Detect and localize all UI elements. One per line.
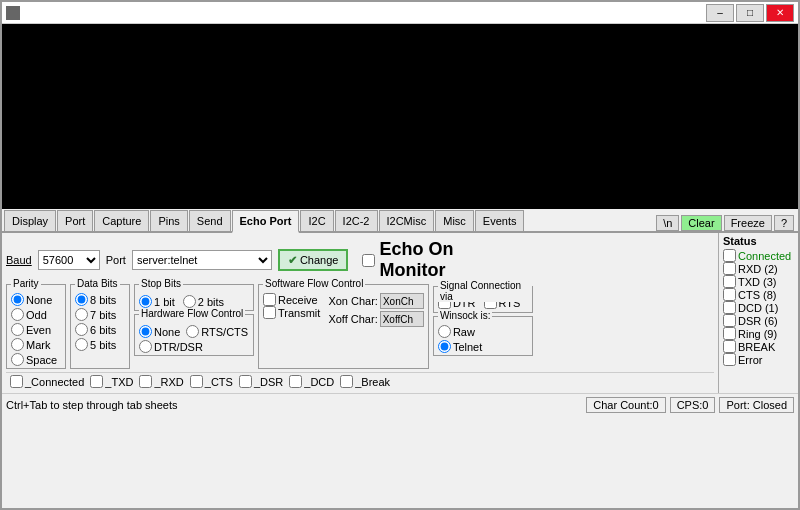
status-connected[interactable] <box>723 249 736 262</box>
hwflow-group: Hardware Flow Control None RTS/CTS DTR/D… <box>134 314 254 356</box>
status-rxd2[interactable] <box>723 262 736 275</box>
swflow-receive[interactable] <box>263 293 276 306</box>
parity-space[interactable] <box>11 353 24 366</box>
groups-row: Parity None Odd Even Mark Space Data Bit… <box>6 284 714 369</box>
status-rxd2-label: RXD (2) <box>738 263 778 275</box>
databits-group: Data Bits 8 bits 7 bits 6 bits 5 bits <box>70 284 130 369</box>
status-connected-label: Connected <box>738 250 791 262</box>
hwflow-none[interactable] <box>139 325 152 338</box>
port-label: Port <box>106 254 126 266</box>
baud-label: Baud <box>6 254 32 266</box>
tab-port[interactable]: Port <box>57 210 93 231</box>
tabs-row: Display Port Capture Pins Send Echo Port… <box>2 209 798 233</box>
bc-cts[interactable] <box>190 375 203 388</box>
parity-none[interactable] <box>11 293 24 306</box>
dbits-7[interactable] <box>75 308 88 321</box>
monitor-label: Monitor <box>379 260 453 281</box>
status-bar: Ctrl+Tab to step through tab sheets Char… <box>2 393 798 415</box>
hwflow-rts[interactable] <box>186 325 199 338</box>
dbits-8[interactable] <box>75 293 88 306</box>
help-button[interactable]: ? <box>774 215 794 231</box>
status-txd3[interactable] <box>723 275 736 288</box>
bc-break[interactable] <box>340 375 353 388</box>
maximize-button[interactable]: □ <box>736 4 764 22</box>
sbits-1[interactable] <box>139 295 152 308</box>
bc-connected[interactable] <box>10 375 23 388</box>
xon-char-label: Xon Char: <box>328 295 378 307</box>
xoff-char-label: Xoff Char: <box>328 313 377 325</box>
parity-even[interactable] <box>11 323 24 336</box>
hwflow-dtr[interactable] <box>139 340 152 353</box>
cps-section: CPS:0 <box>670 397 716 413</box>
bc-dcd[interactable] <box>289 375 302 388</box>
port-status-label: Port: Closed <box>726 399 787 411</box>
change-button[interactable]: ✔ Change <box>278 249 349 271</box>
status-break[interactable] <box>723 340 736 353</box>
xon-char-input[interactable] <box>380 293 424 309</box>
status-tip: Ctrl+Tab to step through tab sheets <box>6 399 178 411</box>
stopbits-group: Stop Bits 1 bit 2 bits <box>134 284 254 311</box>
parity-group: Parity None Odd Even Mark Space <box>6 284 66 369</box>
status-error[interactable] <box>723 353 736 366</box>
echo-checkbox[interactable] <box>362 254 375 267</box>
tab-capture[interactable]: Capture <box>94 210 149 231</box>
char-count-section: Char Count:0 <box>586 397 665 413</box>
status-dcd1[interactable] <box>723 301 736 314</box>
signal-group: Signal Connection via DTR RTS <box>433 286 533 313</box>
bc-rxd[interactable] <box>139 375 152 388</box>
bc-txd[interactable] <box>90 375 103 388</box>
winsock-group: Winsock is: Raw Telnet <box>433 316 533 356</box>
clear-button[interactable]: Clear <box>681 215 721 231</box>
close-button[interactable]: ✕ <box>766 4 794 22</box>
status-dsr6-label: DSR (6) <box>738 315 778 327</box>
terminal-display <box>2 24 798 209</box>
port-select[interactable]: server:telnet COM1 COM2 <box>132 250 272 270</box>
swflow-group: Software Flow Control Receive Transmit X… <box>258 284 429 369</box>
databits-title: Data Bits <box>75 278 120 289</box>
freeze-button[interactable]: Freeze <box>724 215 772 231</box>
status-ring9[interactable] <box>723 327 736 340</box>
dbits-6[interactable] <box>75 323 88 336</box>
swflow-title: Software Flow Control <box>263 278 365 289</box>
sbits-2[interactable] <box>183 295 196 308</box>
status-cts8[interactable] <box>723 288 736 301</box>
tab-echoport[interactable]: Echo Port <box>232 210 300 233</box>
parity-odd[interactable] <box>11 308 24 321</box>
newline-button[interactable]: \n <box>656 215 679 231</box>
minimize-button[interactable]: – <box>706 4 734 22</box>
swflow-transmit[interactable] <box>263 306 276 319</box>
tab-i2c[interactable]: I2C <box>300 210 333 231</box>
stopbits-title: Stop Bits <box>139 278 183 289</box>
tab-misc[interactable]: Misc <box>435 210 474 231</box>
tab-send[interactable]: Send <box>189 210 231 231</box>
signal-title: Signal Connection via <box>438 280 532 302</box>
status-txd3-label: TXD (3) <box>738 276 777 288</box>
bottom-checkboxes: _Connected _TXD _RXD _CTS _DSR _DCD _Bre… <box>6 372 714 390</box>
app-icon <box>6 6 20 20</box>
xoff-char-input[interactable] <box>380 311 424 327</box>
tab-i2c2[interactable]: I2C-2 <box>335 210 378 231</box>
hwflow-title: Hardware Flow Control <box>139 308 245 319</box>
tab-events[interactable]: Events <box>475 210 525 231</box>
parity-mark[interactable] <box>11 338 24 351</box>
main-panel: Baud 57600 115200 38400 19200 9600 Port … <box>2 233 718 393</box>
parity-title: Parity <box>11 278 41 289</box>
winsock-telnet[interactable] <box>438 340 451 353</box>
dbits-5[interactable] <box>75 338 88 351</box>
port-status-section: Port: Closed <box>719 397 794 413</box>
title-bar: – □ ✕ <box>2 2 798 24</box>
cps-label: CPS:0 <box>677 399 709 411</box>
status-title: Status <box>723 235 794 247</box>
check-icon: ✔ <box>288 254 297 267</box>
winsock-title: Winsock is: <box>438 310 493 321</box>
status-dsr6[interactable] <box>723 314 736 327</box>
winsock-raw[interactable] <box>438 325 451 338</box>
bc-dsr[interactable] <box>239 375 252 388</box>
baud-select[interactable]: 57600 115200 38400 19200 9600 <box>38 250 100 270</box>
status-cts8-label: CTS (8) <box>738 289 777 301</box>
status-dcd1-label: DCD (1) <box>738 302 778 314</box>
tab-pins[interactable]: Pins <box>150 210 187 231</box>
tab-i2cmisc[interactable]: I2CMisc <box>379 210 435 231</box>
status-error-label: Error <box>738 354 762 366</box>
tab-display[interactable]: Display <box>4 210 56 231</box>
